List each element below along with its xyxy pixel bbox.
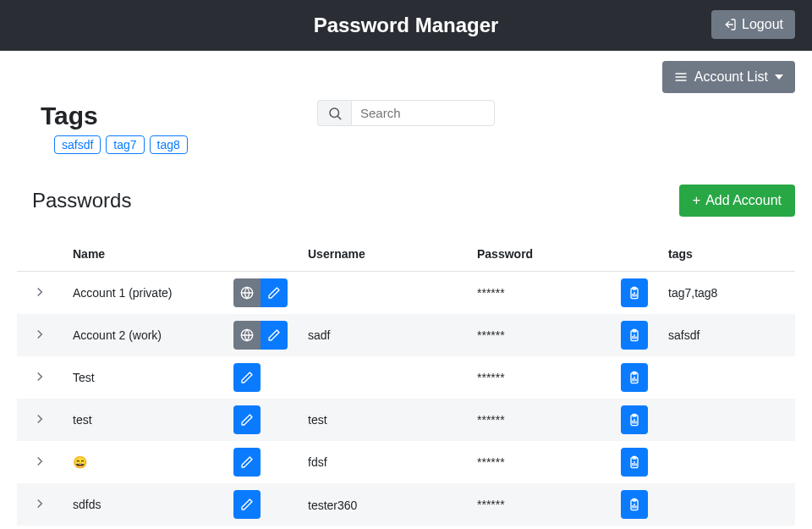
app-title: Password Manager: [314, 14, 499, 37]
plus-icon: +: [693, 194, 700, 207]
pencil-icon: [267, 328, 281, 342]
clipboard-chart-icon: [628, 328, 641, 342]
expand-row-button[interactable]: [27, 369, 52, 384]
row-name: 😄: [73, 455, 87, 469]
row-tags: tag7,tag8: [668, 286, 717, 300]
table-row: 😄fdsf******: [17, 441, 795, 483]
edit-button[interactable]: [233, 448, 261, 477]
add-account-button[interactable]: + Add Account: [679, 185, 795, 217]
pencil-icon: [267, 286, 281, 300]
account-list-label: Account List: [694, 69, 768, 85]
password-stats-button[interactable]: [621, 490, 648, 519]
search-box: [317, 100, 495, 126]
passwords-heading: Passwords: [32, 189, 131, 212]
table-row: testtest******: [17, 399, 795, 441]
chevron-right-icon: [32, 496, 47, 511]
globe-icon: [240, 286, 254, 300]
svg-line-5: [337, 116, 340, 118]
expand-row-button[interactable]: [27, 496, 52, 511]
tag-tag8[interactable]: tag8: [150, 135, 188, 154]
add-account-label: Add Account: [705, 193, 782, 208]
row-password: ******: [477, 498, 505, 511]
edit-button[interactable]: [233, 405, 261, 434]
row-username: test: [308, 413, 327, 427]
menu-icon: [674, 70, 688, 84]
account-list-dropdown[interactable]: Account List: [662, 61, 795, 93]
edit-button[interactable]: [233, 490, 261, 519]
col-header-name[interactable]: Name: [63, 237, 223, 272]
row-name: Account 1 (private): [73, 286, 173, 300]
chevron-right-icon: [32, 327, 47, 342]
logout-icon: [723, 18, 737, 31]
row-name: Account 2 (work): [73, 328, 162, 342]
tag-tag7[interactable]: tag7: [106, 135, 144, 154]
chevron-right-icon: [32, 411, 47, 427]
row-name: sdfds: [73, 498, 101, 511]
row-password: ******: [477, 328, 505, 342]
table-row: sdfdstester360******: [17, 483, 795, 526]
caret-down-icon: [775, 73, 783, 81]
row-tags: safsdf: [668, 328, 700, 342]
col-header-password[interactable]: Password: [467, 237, 611, 272]
app-header: Password Manager Logout: [0, 0, 812, 51]
chevron-right-icon: [32, 454, 47, 469]
password-stats-button[interactable]: [621, 448, 648, 477]
password-stats-button[interactable]: [621, 321, 648, 350]
password-stats-button[interactable]: [621, 278, 648, 307]
row-username: fdsf: [308, 455, 327, 469]
pencil-icon: [240, 498, 254, 511]
row-password: ******: [477, 455, 505, 469]
edit-button[interactable]: [233, 363, 261, 392]
clipboard-chart-icon: [628, 455, 641, 469]
globe-icon: [240, 328, 254, 342]
pencil-icon: [240, 371, 254, 384]
expand-row-button[interactable]: [27, 284, 52, 300]
row-name: Test: [73, 371, 95, 384]
expand-row-button[interactable]: [27, 454, 52, 469]
expand-row-button[interactable]: [27, 411, 52, 427]
password-stats-button[interactable]: [621, 363, 648, 392]
row-password: ******: [477, 413, 505, 427]
clipboard-chart-icon: [628, 413, 641, 427]
table-row: Account 1 (private)******tag7,tag8: [17, 272, 795, 315]
logout-button[interactable]: Logout: [711, 10, 795, 39]
passwords-table: Name Username Password tags Account 1 (p…: [17, 237, 795, 526]
pencil-icon: [240, 413, 254, 427]
row-password: ******: [477, 286, 505, 300]
password-stats-button[interactable]: [621, 405, 648, 434]
logout-label: Logout: [742, 17, 783, 32]
row-name: test: [73, 413, 92, 427]
open-url-button[interactable]: [233, 321, 261, 350]
tags-row: safsdftag7tag8: [54, 135, 795, 154]
clipboard-chart-icon: [628, 498, 641, 511]
pagination: Rows per page: 10 1-6 of 6: [17, 526, 795, 529]
svg-point-4: [330, 108, 339, 118]
row-username: sadf: [308, 328, 330, 342]
main-container: Tags safsdftag7tag8 Passwords + Add Acco…: [0, 102, 812, 529]
expand-row-button[interactable]: [27, 327, 52, 342]
search-icon: [317, 100, 351, 126]
row-password: ******: [477, 371, 505, 384]
pencil-icon: [240, 455, 254, 469]
chevron-right-icon: [32, 369, 47, 384]
clipboard-chart-icon: [628, 371, 641, 384]
edit-button[interactable]: [261, 278, 288, 307]
edit-button[interactable]: [261, 321, 288, 350]
table-row: Test******: [17, 356, 795, 399]
row-username: tester360: [308, 499, 357, 512]
chevron-right-icon: [32, 284, 47, 300]
clipboard-chart-icon: [628, 286, 641, 300]
search-input[interactable]: [351, 100, 495, 126]
table-row: Account 2 (work)sadf******safsdf: [17, 314, 795, 356]
col-header-username[interactable]: Username: [298, 237, 467, 272]
open-url-button[interactable]: [233, 278, 261, 307]
col-header-tags[interactable]: tags: [658, 237, 795, 272]
tag-safsdf[interactable]: safsdf: [54, 135, 101, 154]
subbar: Account List: [0, 51, 812, 93]
